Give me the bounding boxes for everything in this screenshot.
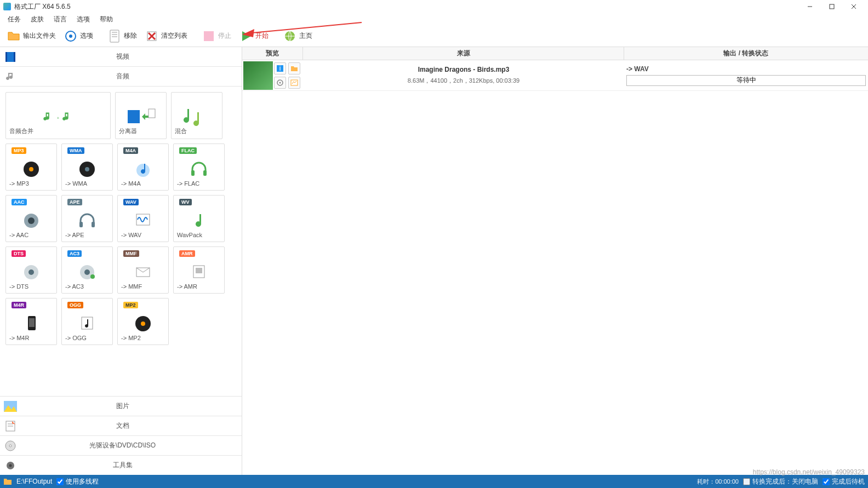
tile-mp2[interactable]: MP2-> MP2 [117,298,169,345]
menu-help[interactable]: 帮助 [95,14,117,25]
tile-flac-label: -> FLAC [177,180,221,187]
image-icon [3,399,18,414]
stop-button[interactable]: 停止 [198,27,235,45]
tile-dts[interactable]: DTS-> DTS [5,246,57,294]
output-path[interactable]: E:\FFOutput [16,478,52,485]
multithread-input[interactable] [56,478,64,485]
remove-button[interactable]: 移除 [104,27,140,45]
category-video[interactable]: 视频 [0,47,242,67]
menu-language[interactable]: 语言 [49,14,71,25]
tile-mix[interactable]: 混合 [171,92,222,139]
headphones-icon [184,156,214,180]
col-status[interactable]: 输出 / 转换状态 [624,47,868,60]
info-button[interactable]: i [274,62,286,74]
badge-ape: APE [67,199,82,205]
svg-rect-6 [110,30,119,42]
settings-button[interactable] [274,77,286,89]
category-document[interactable]: 文档 [0,416,242,435]
after-convert-checkbox[interactable]: 转换完成后：关闭电脑 [743,477,818,486]
window-title: 格式工厂 X64 5.6.5 [14,2,71,12]
film-icon [3,50,18,64]
tile-mp2-label: -> MP2 [121,335,165,341]
tile-merge-label: 音频合并 [9,127,107,135]
badge-mp3: MP3 [12,147,26,154]
task-details: 8.63M，44100，2ch，312Kbps, 00:03:39 [408,77,519,85]
start-button[interactable]: 开始 [236,27,272,45]
tile-ape[interactable]: APE-> APE [61,195,113,242]
menu-skin[interactable]: 皮肤 [26,14,48,25]
note-black-icon [72,311,102,335]
tile-m4r[interactable]: M4R-> M4R [5,298,57,345]
col-source[interactable]: 来源 [303,47,624,60]
svg-point-26 [85,167,89,171]
multithread-checkbox[interactable]: 使用多线程 [56,477,99,486]
maximize-button[interactable] [821,0,843,13]
disc-icon [72,156,102,180]
homepage-button[interactable]: 主页 [279,27,316,45]
output-folder-button[interactable]: 输出文件夹 [3,27,59,45]
tile-aac[interactable]: AAC-> AAC [5,195,57,242]
svg-rect-42 [196,268,202,273]
play-icon [239,29,253,43]
after-convert-input[interactable] [743,478,750,485]
clear-list-button[interactable]: 清空列表 [141,27,191,45]
tile-flac[interactable]: FLAC-> FLAC [173,143,225,191]
svg-rect-32 [79,222,83,227]
tile-wavpack[interactable]: WVWavPack [173,195,225,242]
tile-ogg[interactable]: OGG-> OGG [61,298,113,345]
tile-wma[interactable]: WMA-> WMA [61,143,113,191]
tile-mp3[interactable]: MP3-> MP3 [5,143,57,191]
category-tools[interactable]: 工具集 [0,455,242,475]
category-picture[interactable]: 图片 [0,396,242,416]
after-complete-checkbox[interactable]: 完成后待机 [823,477,865,486]
svg-rect-61 [291,80,298,85]
tile-wav[interactable]: WAV-> WAV [117,195,169,242]
badge-ogg: OGG [67,302,83,308]
options-button[interactable]: 选项 [60,27,96,45]
tile-splitter[interactable]: 分离器 [115,92,167,139]
tile-mmf[interactable]: MMF-> MMF [117,246,169,294]
badge-mmf: MMF [123,250,139,257]
after-complete-input[interactable] [823,478,830,485]
minimize-button[interactable] [799,0,821,13]
task-target: -> WAV [626,65,866,73]
phone-icon [16,311,47,335]
speaker-icon [16,208,47,232]
tile-audio-merge[interactable]: + 音频合并 [5,92,111,139]
category-disc[interactable]: 光驱设备\DVD\CD\ISO [0,435,242,455]
open-folder-button[interactable] [288,62,300,74]
menu-options[interactable]: 选项 [72,14,94,25]
note-blue-icon [128,156,158,180]
tile-ac3-label: -> AC3 [65,283,109,290]
range-button[interactable] [288,77,300,89]
task-row[interactable]: i Imagine Dragons - Birds.mp3 8.63M，4410… [242,60,868,91]
tile-m4a[interactable]: M4A-> M4A [117,143,169,191]
category-picture-label: 图片 [21,401,242,411]
svg-rect-28 [191,170,195,176]
col-preview[interactable]: 预览 [242,47,303,60]
svg-point-47 [141,321,145,326]
after-complete-label: 完成后待机 [832,477,865,486]
menu-tasks[interactable]: 任务 [3,14,25,25]
badge-wv: WV [179,199,192,205]
task-status-cell: -> WAV 等待中 [624,60,868,90]
category-audio[interactable]: 音频 [0,67,242,87]
task-progress: 等待中 [626,75,866,86]
badge-aac: AAC [12,199,27,205]
remove-label: 移除 [124,31,137,41]
tile-amr[interactable]: AMR-> AMR [173,246,225,294]
tile-mmf-label: -> MMF [121,283,165,290]
globe-icon [283,29,297,43]
badge-ac3: AC3 [67,250,82,257]
tile-ac3[interactable]: AC3-> AC3 [61,246,113,294]
svg-text:i: i [279,65,281,72]
tile-ogg-label: -> OGG [65,335,109,341]
clear-list-label: 清空列表 [161,31,187,41]
badge-wma: WMA [67,147,84,154]
task-mini-buttons: i [273,60,303,90]
headphones-grey-icon [72,208,102,232]
speaker3-icon [72,259,102,283]
close-button[interactable] [843,0,865,13]
tile-mp3-label: -> MP3 [9,180,53,187]
badge-amr: AMR [179,250,195,257]
